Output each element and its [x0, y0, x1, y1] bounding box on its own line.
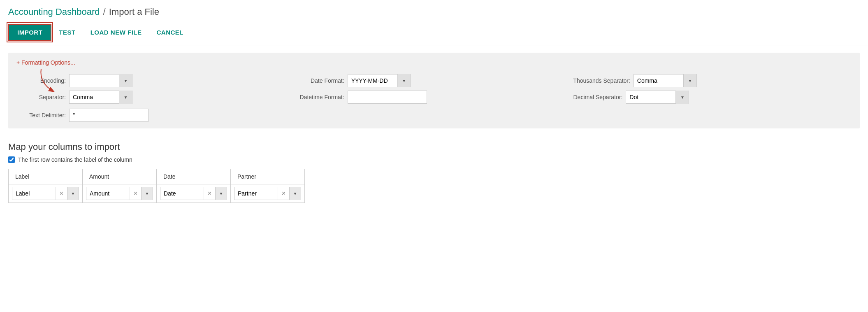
formatting-section: + Formatting Options... Encoding:: [8, 53, 860, 128]
partner-select[interactable]: Partner: [234, 190, 278, 197]
decimal-separator-field: Decimal Separator: Dot: [573, 91, 852, 104]
thousands-separator-label: Thousands Separator:: [573, 77, 630, 84]
date-format-dropdown-arrow[interactable]: [397, 74, 411, 87]
cancel-button[interactable]: CANCEL: [149, 25, 191, 40]
decimal-separator-select[interactable]: Dot: [626, 94, 675, 100]
partner-dropdown-arrow[interactable]: [289, 187, 301, 200]
text-delimiter-input[interactable]: [69, 109, 149, 122]
date-select[interactable]: Date: [160, 190, 204, 197]
column-mapping-table: Label Amount Date Partner Label ×: [8, 169, 305, 203]
date-select-wrapper[interactable]: Date ×: [160, 187, 227, 200]
col-header-partner: Partner: [231, 169, 305, 184]
date-format-label: Date Format:: [295, 77, 344, 84]
thousands-separator-dropdown-arrow[interactable]: [683, 74, 696, 87]
breadcrumb-link[interactable]: Accounting Dashboard: [8, 7, 100, 17]
encoding-field: Encoding:: [16, 74, 295, 87]
breadcrumb: Accounting Dashboard / Import a File: [0, 0, 868, 21]
partner-clear-button[interactable]: ×: [278, 187, 289, 200]
encoding-select-wrapper[interactable]: [69, 74, 132, 87]
breadcrumb-separator: /: [103, 7, 106, 17]
col2-fields: Date Format: YYYY-MM-DD Datetime Format:: [295, 74, 573, 122]
test-button[interactable]: TEST: [51, 25, 83, 40]
thousands-separator-select[interactable]: Comma: [634, 77, 683, 84]
first-row-checkbox[interactable]: [8, 156, 15, 163]
col-map-amount: Amount ×: [83, 184, 157, 203]
amount-select[interactable]: Amount: [86, 190, 130, 197]
decimal-separator-dropdown-arrow[interactable]: [675, 91, 689, 104]
amount-clear-button[interactable]: ×: [130, 187, 141, 200]
col-header-label: Label: [9, 169, 83, 184]
date-dropdown-arrow[interactable]: [215, 187, 227, 200]
thousands-separator-field: Thousands Separator: Comma: [573, 74, 852, 87]
date-clear-button[interactable]: ×: [204, 187, 215, 200]
table-row: Label × Amount ×: [9, 184, 305, 203]
encoding-dropdown-arrow[interactable]: [119, 74, 132, 87]
separator-select[interactable]: Comma: [70, 94, 119, 100]
map-section: Map your columns to import The first row…: [0, 135, 868, 210]
text-delimiter-label: Text Delimiter:: [16, 112, 66, 119]
formatting-form: Encoding: Separator: Comma Te: [16, 74, 852, 122]
breadcrumb-current: Import a File: [109, 7, 159, 17]
datetime-format-input[interactable]: [348, 91, 427, 104]
first-row-label: The first row contains the label of the …: [18, 156, 132, 163]
datetime-format-label: Datetime Format:: [295, 94, 344, 100]
amount-select-wrapper[interactable]: Amount ×: [86, 187, 153, 200]
thousands-separator-select-wrapper[interactable]: Comma: [634, 74, 697, 87]
label-select-wrapper[interactable]: Label ×: [12, 187, 79, 200]
toolbar: IMPORT TEST LOAD NEW FILE CANCEL: [0, 21, 868, 46]
encoding-select[interactable]: [70, 77, 119, 84]
first-row-checkbox-row: The first row contains the label of the …: [8, 156, 860, 163]
formatting-toggle[interactable]: + Formatting Options...: [16, 59, 75, 66]
label-select[interactable]: Label: [12, 190, 56, 197]
decimal-separator-label: Decimal Separator:: [573, 94, 622, 100]
amount-dropdown-arrow[interactable]: [141, 187, 153, 200]
text-delimiter-field: Text Delimiter:: [16, 109, 295, 122]
col3-fields: Thousands Separator: Comma Decimal Separ…: [573, 74, 852, 122]
map-title: Map your columns to import: [8, 142, 860, 152]
label-dropdown-arrow[interactable]: [67, 187, 79, 200]
table-header-row: Label Amount Date Partner: [9, 169, 305, 184]
col-map-partner: Partner ×: [231, 184, 305, 203]
separator-dropdown-arrow[interactable]: [119, 91, 132, 104]
decimal-separator-select-wrapper[interactable]: Dot: [626, 91, 689, 104]
encoding-label: Encoding:: [16, 77, 66, 84]
col-map-date: Date ×: [157, 184, 231, 203]
partner-select-wrapper[interactable]: Partner ×: [234, 187, 301, 200]
col1-fields: Encoding: Separator: Comma Te: [16, 74, 295, 122]
col-map-label: Label ×: [9, 184, 83, 203]
load-new-file-button[interactable]: LOAD NEW FILE: [83, 25, 149, 40]
date-format-select[interactable]: YYYY-MM-DD: [348, 77, 397, 84]
date-format-field: Date Format: YYYY-MM-DD: [295, 74, 573, 87]
separator-field: Separator: Comma: [16, 91, 295, 104]
separator-select-wrapper[interactable]: Comma: [69, 91, 132, 104]
col-header-date: Date: [157, 169, 231, 184]
datetime-format-field: Datetime Format:: [295, 91, 573, 104]
date-format-select-wrapper[interactable]: YYYY-MM-DD: [348, 74, 411, 87]
separator-label: Separator:: [16, 94, 66, 100]
import-button[interactable]: IMPORT: [8, 24, 51, 41]
label-clear-button[interactable]: ×: [56, 187, 67, 200]
col-header-amount: Amount: [83, 169, 157, 184]
